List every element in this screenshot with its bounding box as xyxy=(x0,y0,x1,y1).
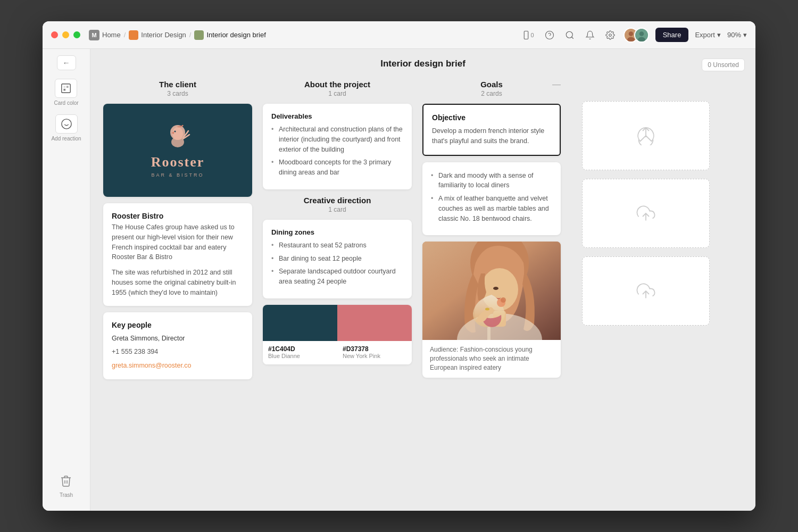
swatch-blue: #1C404D Blue Dianne xyxy=(263,305,337,364)
card-objective[interactable]: Objective Develop a modern french interi… xyxy=(422,104,561,156)
dining-item-1: Restaurant to seat 52 patrons xyxy=(271,240,403,251)
main-canvas[interactable]: Interior design brief 0 Unsorted The cli… xyxy=(90,49,755,511)
breadcrumb-sep-2: / xyxy=(189,31,192,39)
breadcrumb-home[interactable]: M Home xyxy=(89,30,121,40)
card-color-label: Card color xyxy=(54,100,78,106)
swatch-pink-hex: #D37378 xyxy=(343,345,406,353)
svg-point-33 xyxy=(485,308,489,311)
notifications-button[interactable] xyxy=(583,28,597,42)
sidebar-back-button[interactable]: ← xyxy=(57,55,76,70)
card-key-people[interactable]: Key people Greta Simmons, Director +1 55… xyxy=(103,312,252,379)
svg-rect-14 xyxy=(64,89,66,91)
titlebar-right: 0 Share xyxy=(519,28,747,43)
svg-point-9 xyxy=(639,31,644,36)
column-goals-title: Goals xyxy=(480,80,503,89)
sidebar-card-color[interactable]: Card color xyxy=(54,79,78,106)
photo-image xyxy=(422,242,561,340)
upload-placeholder-3[interactable] xyxy=(582,256,710,326)
svg-rect-29 xyxy=(487,327,491,340)
upload-placeholder-2[interactable] xyxy=(582,179,710,248)
card-bistro-para1: The House Cafes group have asked us to p… xyxy=(112,222,244,262)
photo-svg xyxy=(422,242,561,340)
svg-rect-13 xyxy=(66,86,69,88)
deliverable-item-1: Architectural and construction plans of … xyxy=(271,124,403,154)
zoom-control[interactable]: 90% ▾ xyxy=(727,31,747,39)
swatch-blue-name: Blue Dianne xyxy=(268,353,332,359)
svg-rect-0 xyxy=(524,31,528,39)
trash-icon xyxy=(60,475,72,490)
card-audience-text: Audience: Fashion-conscious young profes… xyxy=(430,345,553,372)
breadcrumb-sep-1: / xyxy=(124,31,126,39)
svg-point-15 xyxy=(61,119,71,129)
svg-point-1 xyxy=(545,31,553,39)
column-creative-title: Creative direction xyxy=(263,196,412,205)
card-deliverables[interactable]: Deliverables Architectural and construct… xyxy=(263,104,412,189)
swatch-pink-color xyxy=(337,305,412,341)
search-button[interactable] xyxy=(563,28,577,42)
svg-point-7 xyxy=(627,37,635,42)
svg-point-28 xyxy=(493,287,498,290)
mobile-icon-button[interactable]: 0 xyxy=(519,28,536,42)
add-reaction-label: Add reaction xyxy=(51,136,81,142)
breadcrumb-brief[interactable]: Interior design brief xyxy=(194,30,265,40)
upload-area xyxy=(582,80,710,326)
trash-label: Trash xyxy=(60,492,73,498)
swatch-pink-info: #D37378 New York Pink xyxy=(337,341,412,364)
window-controls xyxy=(51,31,80,38)
card-brand[interactable]: Rooster BAR & BISTRO xyxy=(103,104,252,197)
rooster-sub: BAR & BISTRO xyxy=(151,172,204,178)
card-bistro-body: Rooster Bistro The House Cafes group hav… xyxy=(103,203,252,306)
interior-icon xyxy=(129,30,138,40)
goals-item-2: A mix of leather banquette and velvet co… xyxy=(431,194,552,223)
column-client-count: 3 cards xyxy=(103,90,252,97)
export-button[interactable]: Export ▾ xyxy=(695,31,721,39)
column-project-title: About the project xyxy=(263,80,412,89)
card-bistro-info[interactable]: Rooster Bistro The House Cafes group hav… xyxy=(103,203,252,306)
brand-image: Rooster BAR & BISTRO xyxy=(103,104,252,197)
add-reaction-icon xyxy=(55,114,78,134)
svg-point-22 xyxy=(174,131,176,132)
rooster-name: Rooster xyxy=(151,154,205,170)
share-button[interactable]: Share xyxy=(655,28,689,42)
card-contact-phone: +1 555 238 394 xyxy=(112,347,244,357)
column-goals: Goals 2 cards — Objective Develop a mode… xyxy=(422,80,561,384)
minimize-button[interactable] xyxy=(62,31,69,38)
rooster-logo: Rooster BAR & BISTRO xyxy=(151,123,205,178)
card-deliverables-body: Deliverables Architectural and construct… xyxy=(263,104,412,189)
upload-placeholder-1[interactable] xyxy=(582,101,710,170)
dining-item-2: Bar dining to seat 12 people xyxy=(271,254,403,264)
card-goals-list[interactable]: Dark and moody with a sense of familiari… xyxy=(422,162,561,236)
settings-button[interactable] xyxy=(603,28,617,42)
swatch-pink-name: New York Pink xyxy=(343,353,406,359)
close-button[interactable] xyxy=(51,31,58,38)
column-goals-minimize[interactable]: — xyxy=(552,80,561,89)
column-project-header: About the project 1 card xyxy=(263,80,412,97)
canvas-header: Interior design brief 0 Unsorted xyxy=(90,49,755,74)
column-project: About the project 1 card Deliverables Ar… xyxy=(263,80,412,371)
svg-rect-12 xyxy=(64,86,66,88)
card-dining-zones[interactable]: Dining zones Restaurant to seat 52 patro… xyxy=(263,220,412,298)
card-bistro-title: Rooster Bistro xyxy=(112,212,244,220)
upload-icon-1 xyxy=(636,126,655,145)
card-audience: Audience: Fashion-conscious young profes… xyxy=(422,340,561,377)
help-button[interactable] xyxy=(543,28,556,42)
card-objective-text: Develop a modern french interior style t… xyxy=(432,126,551,146)
breadcrumb-interior[interactable]: Interior Design xyxy=(129,30,186,40)
unsorted-badge: 0 Unsorted xyxy=(702,59,745,71)
card-photo[interactable]: Audience: Fashion-conscious young profes… xyxy=(422,242,561,377)
card-bistro-para2: The site was refurbished in 2012 and sti… xyxy=(112,268,244,297)
brief-icon xyxy=(194,30,204,40)
canvas-title: Interior design brief xyxy=(380,59,466,69)
card-contact-email[interactable]: greta.simmons@rooster.co xyxy=(112,362,192,369)
svg-point-20 xyxy=(171,137,184,147)
card-swatches[interactable]: #1C404D Blue Dianne #D37378 New York Pin… xyxy=(263,305,412,364)
columns-container: The client 3 cards xyxy=(90,74,755,398)
card-key-people-body: Key people Greta Simmons, Director +1 55… xyxy=(103,312,252,379)
dining-item-3: Separate landscaped outdoor courtyard ar… xyxy=(271,267,403,287)
maximize-button[interactable] xyxy=(73,31,80,38)
svg-point-4 xyxy=(609,34,611,36)
goals-list: Dark and moody with a sense of familiari… xyxy=(431,171,552,224)
sidebar-add-reaction[interactable]: Add reaction xyxy=(51,114,81,142)
sidebar-trash[interactable]: Trash xyxy=(60,475,73,498)
breadcrumb-home-label: Home xyxy=(102,31,121,39)
